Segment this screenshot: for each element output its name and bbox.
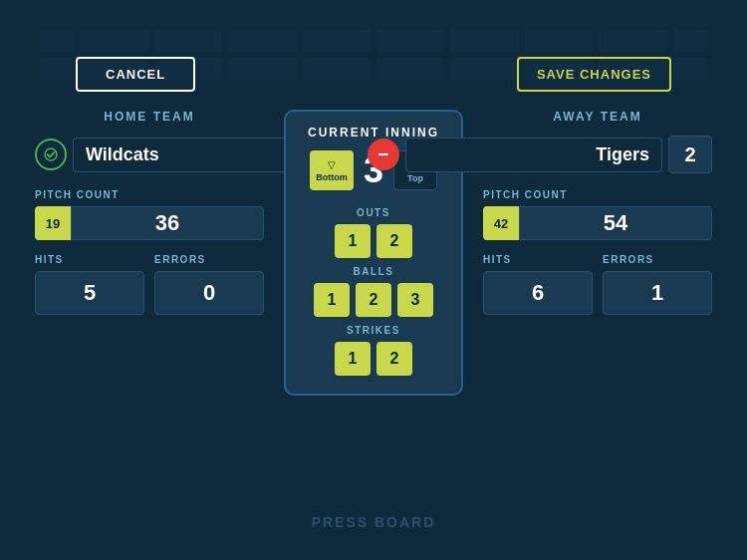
bottom-label: Bottom <box>316 172 348 182</box>
away-team-label: AWAY TEAM <box>483 110 712 124</box>
home-pitch-count-label: PITCH COUNT <box>35 189 120 200</box>
strikes-btn-2[interactable]: 2 <box>376 342 412 376</box>
bottom-button[interactable]: ▽ Bottom <box>310 150 354 190</box>
home-hits-value[interactable]: 5 <box>35 271 144 315</box>
away-team-panel: AWAY TEAM 2 PITCH COUNT 42 54 HITS 6 <box>483 110 712 315</box>
outs-btn-2[interactable]: 2 <box>376 224 412 258</box>
away-hits-value[interactable]: 6 <box>483 271 593 315</box>
away-team-score[interactable]: 2 <box>668 136 712 173</box>
cancel-button[interactable]: CANCEL <box>76 57 195 92</box>
outs-section: OUTS 1 2 <box>302 207 445 258</box>
home-hits-block: HITS 5 <box>35 254 144 315</box>
away-errors-label: ERRORS <box>603 254 712 265</box>
away-team-icon[interactable] <box>368 139 399 170</box>
away-errors-block: ERRORS 1 <box>603 254 712 315</box>
check-icon <box>44 147 58 161</box>
bottom-arrow: ▽ <box>328 159 336 170</box>
away-pitch-large[interactable]: 54 <box>519 206 712 240</box>
home-pitch-large[interactable]: 36 <box>71 206 264 240</box>
away-pitch-count-label: PITCH COUNT <box>483 189 712 200</box>
away-hits-label: HITS <box>483 254 593 265</box>
away-pitch-small[interactable]: 42 <box>483 206 519 240</box>
home-errors-value[interactable]: 0 <box>154 271 264 315</box>
away-errors-value[interactable]: 1 <box>603 271 712 315</box>
balls-buttons: 1 2 3 <box>302 283 445 317</box>
balls-btn-3[interactable]: 3 <box>397 283 433 317</box>
home-team-panel: HOME TEAM 3 PITCH COUNT 19 36 HITS 5 ERR… <box>35 110 264 315</box>
top-label: Top <box>407 173 423 183</box>
minus-icon <box>376 147 390 161</box>
balls-btn-1[interactable]: 1 <box>314 283 350 317</box>
away-hits-block: HITS 6 <box>483 254 593 315</box>
strikes-label: STRIKES <box>302 325 445 336</box>
home-errors-label: ERRORS <box>154 254 264 265</box>
outs-label: OUTS <box>302 207 445 218</box>
strikes-buttons: 1 2 <box>302 342 445 376</box>
away-pitch-count-row: 42 54 <box>483 206 712 240</box>
main-content: HOME TEAM 3 PITCH COUNT 19 36 HITS 5 ERR… <box>0 110 747 396</box>
away-stats-row: HITS 6 ERRORS 1 <box>483 254 712 315</box>
strikes-btn-1[interactable]: 1 <box>335 342 371 376</box>
home-hits-label: HITS <box>35 254 144 265</box>
balls-section: BALLS 1 2 3 <box>302 266 445 317</box>
header: CANCEL SAVE CHANGES <box>0 57 747 92</box>
home-team-label: HOME TEAM <box>35 110 264 124</box>
save-button[interactable]: SAVE CHANGES <box>517 57 671 92</box>
home-stats-row: HITS 5 ERRORS 0 <box>35 254 264 315</box>
press-board-label: PRESS BOARD <box>312 514 436 530</box>
strikes-section: STRIKES 1 2 <box>302 325 445 376</box>
home-errors-block: ERRORS 0 <box>154 254 264 315</box>
away-team-name-input[interactable] <box>405 138 662 172</box>
outs-btn-1[interactable]: 1 <box>335 224 371 258</box>
home-pitch-count-row: 19 36 <box>35 206 264 240</box>
outs-buttons: 1 2 <box>302 224 445 258</box>
balls-label: BALLS <box>302 266 445 277</box>
home-pitch-small[interactable]: 19 <box>35 206 71 240</box>
home-team-name-row: 3 <box>35 136 264 173</box>
away-team-name-row: 2 <box>483 136 712 173</box>
home-team-icon[interactable] <box>35 139 67 170</box>
balls-btn-2[interactable]: 2 <box>356 283 391 317</box>
